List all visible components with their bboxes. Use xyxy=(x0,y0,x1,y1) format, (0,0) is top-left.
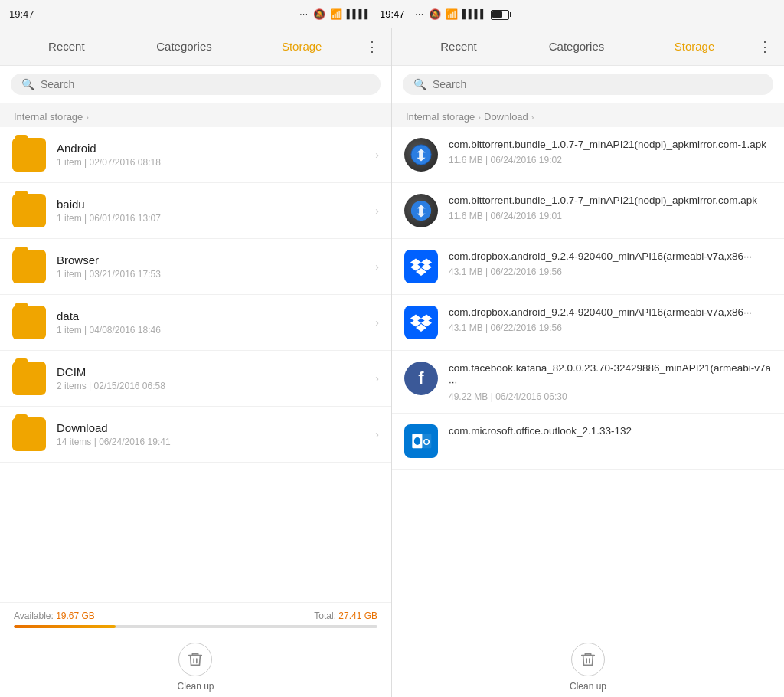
right-tab-storage[interactable]: Storage xyxy=(635,28,753,65)
folder-icon xyxy=(12,138,46,172)
file-info: DCIM 2 items | 02/15/2016 06:58 xyxy=(57,365,375,391)
left-cleanup-button[interactable]: Clean up xyxy=(177,643,214,692)
signal-dots-right: ··· xyxy=(416,10,424,18)
svg-point-5 xyxy=(414,437,420,445)
signal-icon-right: ▌▌▌▌ xyxy=(462,9,486,18)
storage-progress-fill xyxy=(14,625,116,628)
left-time: 19:47 xyxy=(9,8,34,20)
storage-progress-bar xyxy=(14,625,377,628)
cleanup-icon xyxy=(178,643,212,676)
wifi-icon: 📶 xyxy=(330,8,342,20)
folder-icon xyxy=(12,362,46,395)
right-file-list: com.bittorrent.bundle_1.0.7-7_minAPI21(n… xyxy=(392,127,784,636)
left-file-list: Android 1 item | 02/07/2016 08:18 › baid… xyxy=(0,127,391,602)
apk-info: com.microsoft.office.outlook_2.1.33-132 xyxy=(449,424,772,441)
apk-info: com.bittorrent.bundle_1.0.7-7_minAPI21(n… xyxy=(449,138,772,165)
list-item[interactable]: DCIM 2 items | 02/15/2016 06:58 › xyxy=(0,351,391,407)
list-item[interactable]: com.dropbox.android_9.2.4-920400_minAPI1… xyxy=(392,295,784,351)
list-item[interactable]: data 1 item | 04/08/2016 18:46 › xyxy=(0,295,391,351)
file-info: Download 14 items | 06/24/2016 19:41 xyxy=(57,421,375,447)
left-tab-storage[interactable]: Storage xyxy=(243,28,361,65)
chevron-right-icon: › xyxy=(375,428,379,440)
left-bottom-bar: Clean up xyxy=(0,636,391,697)
dropbox-icon xyxy=(404,250,438,283)
chevron-right-icon: › xyxy=(375,316,379,329)
left-tab-recent[interactable]: Recent xyxy=(8,28,126,65)
list-item[interactable]: Download 14 items | 06/24/2016 19:41 › xyxy=(0,407,391,463)
left-breadcrumb: Internal storage › xyxy=(0,103,391,127)
list-item[interactable]: baidu 1 item | 06/01/2016 13:07 › xyxy=(0,183,391,239)
battery-icon-right xyxy=(491,8,509,20)
wifi-icon-right: 📶 xyxy=(446,8,458,20)
right-search-bar: 🔍 xyxy=(392,66,784,103)
left-search-input[interactable] xyxy=(41,78,370,90)
mute-icon-right: 🔕 xyxy=(429,8,441,20)
right-panel: Recent Categories Storage ⋮ 🔍 Internal s… xyxy=(392,28,784,697)
apk-info: com.dropbox.android_9.2.4-920400_minAPI1… xyxy=(449,250,772,277)
chevron-right-icon: › xyxy=(375,260,379,273)
apk-info: com.bittorrent.bundle_1.0.7-7_minAPI21(n… xyxy=(449,194,772,221)
folder-icon xyxy=(12,250,46,283)
folder-icon xyxy=(12,306,46,339)
bittorrent-icon xyxy=(404,138,438,172)
left-tab-categories[interactable]: Categories xyxy=(126,28,243,65)
right-tab-categories[interactable]: Categories xyxy=(518,28,635,65)
list-item[interactable]: O com.microsoft.office.outlook_2.1.33-13… xyxy=(392,414,784,470)
facebook-icon: f xyxy=(404,362,438,395)
right-tab-bar: Recent Categories Storage ⋮ xyxy=(392,28,784,66)
bittorrent-icon xyxy=(404,194,438,227)
apk-info: com.dropbox.android_9.2.4-920400_minAPI1… xyxy=(449,306,772,333)
signal-icon: ▌▌▌▌ xyxy=(347,9,371,18)
file-info: data 1 item | 04/08/2016 18:46 xyxy=(57,309,375,335)
left-panel: Recent Categories Storage ⋮ 🔍 Internal s… xyxy=(0,28,392,697)
left-storage-bar: Available: 19.67 GB Total: 27.41 GB xyxy=(0,602,391,636)
chevron-right-icon: › xyxy=(375,149,379,161)
chevron-right-icon: › xyxy=(375,372,379,384)
right-time: 19:47 xyxy=(380,8,405,20)
right-more-button[interactable]: ⋮ xyxy=(753,38,776,55)
right-breadcrumb: Internal storage › Download › xyxy=(392,103,784,127)
right-search-input[interactable] xyxy=(433,78,763,90)
list-item[interactable]: com.dropbox.android_9.2.4-920400_minAPI1… xyxy=(392,239,784,295)
cleanup-icon xyxy=(571,643,605,676)
list-item[interactable]: com.bittorrent.bundle_1.0.7-7_minAPI21(n… xyxy=(392,183,784,239)
file-info: Browser 1 item | 03/21/2016 17:53 xyxy=(57,254,375,280)
right-tab-recent[interactable]: Recent xyxy=(400,28,518,65)
outlook-icon: O xyxy=(404,424,438,458)
file-info: baidu 1 item | 06/01/2016 13:07 xyxy=(57,198,375,224)
chevron-right-icon: › xyxy=(375,205,379,217)
right-cleanup-button[interactable]: Clean up xyxy=(570,643,606,692)
left-search-bar: 🔍 xyxy=(0,66,391,103)
list-item[interactable]: Android 1 item | 02/07/2016 08:18 › xyxy=(0,127,391,183)
apk-info: com.facebook.katana_82.0.0.23.70-3242988… xyxy=(449,362,772,402)
right-bottom-bar: Clean up xyxy=(392,636,784,697)
left-more-button[interactable]: ⋮ xyxy=(361,38,384,55)
signal-dots: ··· xyxy=(299,10,308,18)
file-info: Android 1 item | 02/07/2016 08:18 xyxy=(57,142,375,168)
status-bar: 19:47 ··· 🔕 📶 ▌▌▌▌ 19:47 ··· 🔕 📶 ▌▌▌▌ xyxy=(0,0,784,28)
list-item[interactable]: com.bittorrent.bundle_1.0.7-7_minAPI21(n… xyxy=(392,127,784,183)
svg-text:O: O xyxy=(423,437,430,447)
list-item[interactable]: f com.facebook.katana_82.0.0.23.70-32429… xyxy=(392,351,784,414)
dropbox-icon xyxy=(404,306,438,339)
left-search-icon: 🔍 xyxy=(21,78,34,90)
list-item[interactable]: Browser 1 item | 03/21/2016 17:53 › xyxy=(0,239,391,295)
panels: Recent Categories Storage ⋮ 🔍 Internal s… xyxy=(0,28,784,697)
right-search-icon: 🔍 xyxy=(413,78,426,90)
mute-icon: 🔕 xyxy=(313,8,325,20)
folder-icon xyxy=(12,417,46,451)
folder-icon xyxy=(12,194,46,227)
left-tab-bar: Recent Categories Storage ⋮ xyxy=(0,28,391,66)
